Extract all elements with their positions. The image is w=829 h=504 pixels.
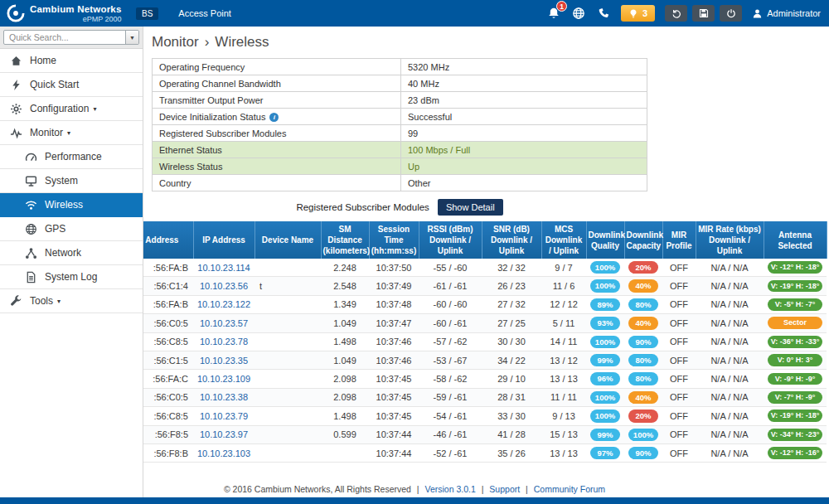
- sm-col-rssi[interactable]: RSSI (dBm) Downlink / Uplink: [419, 221, 482, 259]
- sm-cell-distance: 2.548: [321, 277, 369, 295]
- sidebar-item-network[interactable]: Network: [0, 241, 143, 265]
- copyright-text: © 2016 Cambium Networks, All Rights Rese…: [224, 484, 411, 494]
- sidebar-item-monitor[interactable]: Monitor▾: [0, 121, 143, 145]
- sm-cell-session: 10:37:47: [369, 314, 419, 332]
- sm-cell-mac: :56:FA:C: [143, 370, 193, 388]
- sm-cell-antenna: V: -9° H: -9°: [764, 370, 827, 388]
- sm-ip-link[interactable]: 10.10.23.103: [197, 448, 250, 458]
- sm-cell-session: 10:37:45: [369, 370, 419, 388]
- sm-cell-ip: 10.10.23.56: [193, 277, 255, 295]
- sm-cell-capacity: 100%: [624, 425, 662, 443]
- sm-cell-ip: 10.10.23.97: [193, 425, 255, 443]
- sm-cell-antenna: Sector: [764, 314, 827, 332]
- performance-icon: [25, 151, 37, 163]
- antenna-badge: Sector: [768, 317, 822, 329]
- sm-col-ip[interactable]: IP Address: [193, 221, 255, 259]
- sm-table-wrap: MAC AddressIP AddressDevice NameSM Dista…: [143, 221, 829, 463]
- sidebar-item-system-log[interactable]: System Log: [0, 265, 143, 289]
- sm-col-session[interactable]: Session Time (hh:mm:ss): [369, 221, 419, 259]
- show-detail-button[interactable]: Show Detail: [438, 199, 503, 216]
- language-button[interactable]: [571, 6, 586, 21]
- sidebar-item-label: Performance: [45, 151, 102, 162]
- sm-cell-snr: 34 / 22: [482, 351, 541, 369]
- sm-cell-mac: :56:C0:5: [143, 388, 193, 406]
- support-link[interactable]: Support: [489, 484, 520, 494]
- capacity-badge: 90%: [628, 336, 658, 348]
- sm-cell-session: 10:37:44: [369, 443, 419, 462]
- sm-cell-quality: 89%: [586, 295, 624, 313]
- summary-row: Ethernet Status100 Mbps / Full: [153, 142, 647, 158]
- sm-row: :56:C1:510.10.23.351.04910:37:46-53 / -6…: [143, 351, 827, 369]
- sm-cell-mir_rate: N/A / N/A: [696, 314, 764, 332]
- sm-ip-link[interactable]: 10.10.23.57: [200, 318, 248, 328]
- sm-table: MAC AddressIP AddressDevice NameSM Dista…: [143, 221, 827, 463]
- sm-ip-link[interactable]: 10.10.23.79: [200, 411, 248, 421]
- sm-cell-mir_rate: N/A / N/A: [696, 388, 764, 406]
- sidebar-item-gps[interactable]: GPS: [0, 217, 143, 241]
- sm-ip-link[interactable]: 10.10.23.35: [200, 356, 248, 366]
- user-menu[interactable]: Administrator: [752, 8, 821, 19]
- sm-ip-link[interactable]: 10.10.23.109: [197, 374, 250, 384]
- globe-icon: [572, 7, 585, 20]
- sm-cell-capacity: 20%: [624, 259, 662, 277]
- sm-col-mir[interactable]: MIR Profile: [662, 221, 696, 259]
- sm-cell-antenna: V: -19° H: -18°: [764, 277, 827, 295]
- summary-label-text: Operating Frequency: [159, 62, 245, 72]
- sm-ip-link[interactable]: 10.10.23.38: [200, 392, 248, 402]
- sm-cell-mir_rate: N/A / N/A: [696, 407, 764, 425]
- sm-col-distance[interactable]: SM Distance (kilometers): [321, 221, 369, 259]
- sm-col-snr[interactable]: SNR (dB) Downlink / Uplink: [482, 221, 541, 259]
- sm-col-mac[interactable]: MAC Address: [143, 221, 193, 259]
- sm-cell-mir: OFF: [662, 332, 696, 351]
- breadcrumb-section[interactable]: Monitor: [152, 34, 199, 50]
- sidebar-item-label: GPS: [45, 223, 65, 235]
- quick-search-input[interactable]: Quick Search...: [4, 31, 125, 44]
- sm-cell-session: 10:37:50: [369, 259, 419, 277]
- version-link[interactable]: Version 3.0.1: [424, 484, 475, 494]
- sm-col-quality[interactable]: Downlink Quality: [586, 221, 624, 259]
- sidebar-item-tools[interactable]: Tools▾: [0, 289, 143, 313]
- info-icon[interactable]: i: [269, 113, 279, 122]
- sidebar-item-home[interactable]: Home: [0, 49, 143, 73]
- sm-ip-link[interactable]: 10.10.23.56: [200, 281, 248, 291]
- sidebar-item-wireless[interactable]: Wireless: [0, 193, 143, 217]
- sm-cell-device_name: [255, 351, 321, 369]
- sm-col-antenna[interactable]: Antenna Selected: [764, 221, 827, 259]
- reboot-button[interactable]: [720, 5, 742, 22]
- sm-cell-antenna: V: -19° H: -18°: [764, 407, 827, 425]
- sm-col-mir_rate[interactable]: MIR Rate (kbps) Downlink / Uplink: [696, 221, 764, 259]
- sm-cell-mac: :56:C8:5: [143, 407, 193, 425]
- sidebar-item-quick-start[interactable]: Quick Start: [0, 73, 143, 97]
- summary-row: Operating Frequency5320 MHz: [153, 59, 647, 75]
- notifications-button[interactable]: 1: [546, 6, 561, 21]
- sm-ip-link[interactable]: 10.10.23.114: [197, 263, 250, 273]
- sm-cell-quality: 93%: [586, 314, 624, 332]
- sm-row: :56:C1:410.10.23.56t2.54810:37:49-61 / -…: [143, 277, 827, 295]
- sm-ip-link[interactable]: 10.10.23.122: [197, 299, 250, 309]
- sidebar-item-system[interactable]: System: [0, 169, 143, 193]
- sm-cell-device_name: [255, 295, 321, 313]
- sm-cell-device_name: [255, 370, 321, 388]
- sm-col-mcs[interactable]: MCS Downlink / Uplink: [541, 221, 586, 259]
- quick-search-box[interactable]: Quick Search... ▼: [3, 30, 139, 45]
- sm-cell-quality: 100%: [586, 277, 624, 295]
- quick-search-dropdown-button[interactable]: ▼: [125, 31, 138, 44]
- sm-cell-device_name: [255, 407, 321, 425]
- summary-label: Registered Subscriber Modules: [153, 125, 401, 142]
- sidebar-item-configuration[interactable]: Configuration▾: [0, 97, 143, 121]
- revert-button[interactable]: [665, 5, 687, 22]
- sm-col-device_name[interactable]: Device Name: [255, 221, 321, 259]
- sm-ip-link[interactable]: 10.10.23.97: [200, 429, 248, 439]
- monitor-icon: [10, 127, 22, 139]
- sm-cell-capacity: 40%: [624, 277, 662, 295]
- sm-ip-link[interactable]: 10.10.23.78: [200, 337, 248, 346]
- quality-badge: 99%: [590, 429, 620, 441]
- sm-section-label: Registered Subscriber Modules: [296, 202, 429, 212]
- community-forum-link[interactable]: Community Forum: [534, 484, 605, 494]
- ealign-button[interactable]: [596, 6, 611, 21]
- sm-cell-rssi: -60 / -60: [419, 295, 482, 313]
- hints-button[interactable]: 3: [621, 5, 655, 22]
- save-button[interactable]: [692, 5, 715, 22]
- sidebar-item-performance[interactable]: Performance: [0, 145, 143, 169]
- sm-col-capacity[interactable]: Downlink Capacity: [624, 221, 662, 259]
